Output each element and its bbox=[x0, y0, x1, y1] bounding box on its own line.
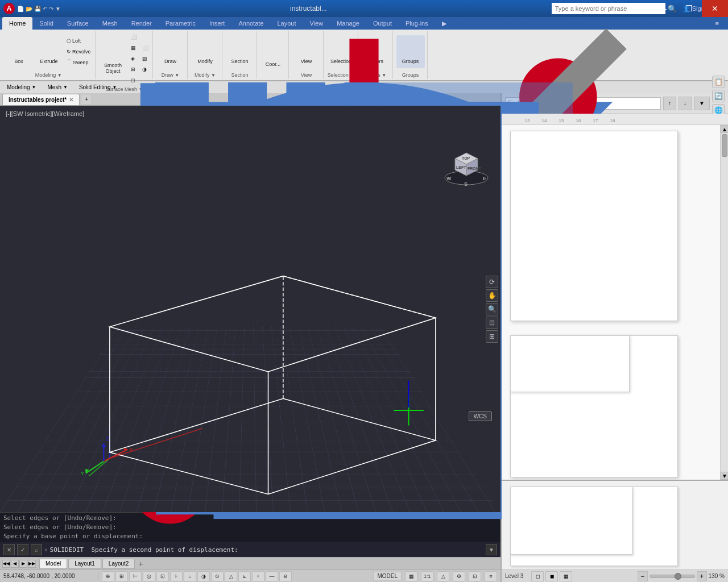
zoom-window-button[interactable]: ⊞ bbox=[486, 330, 498, 343]
ruler-mark-14: 14 bbox=[536, 118, 553, 123]
svg-text:Y: Y bbox=[80, 470, 84, 476]
zoom-out-btn[interactable]: − bbox=[638, 571, 648, 581]
scroll-down-btn[interactable]: ▼ bbox=[721, 472, 728, 480]
right-page-btn1[interactable]: ◻ bbox=[531, 571, 544, 581]
zoom-controls: − + 130 % bbox=[638, 571, 725, 581]
right-status-icons: ◻ ◼ ▦ bbox=[531, 571, 572, 581]
svg-text:E: E bbox=[483, 176, 486, 181]
zoom-slider[interactable] bbox=[650, 575, 695, 578]
pan-button[interactable]: ✋ bbox=[486, 289, 498, 302]
ruler-mark-15: 15 bbox=[553, 118, 570, 123]
svg-text:W: W bbox=[446, 176, 452, 181]
zoom-button[interactable]: 🔍 bbox=[486, 303, 498, 315]
right-content: ▲ ▼ bbox=[502, 125, 728, 480]
scroll-up-btn[interactable]: ▲ bbox=[721, 125, 728, 133]
right-panel: ↑ ↓ ▼ 📋 🔄 🌐 ⭕ 13 14 15 16 17 18 bbox=[500, 93, 728, 582]
right-bottom-panel: Level 3 ◻ ◼ ▦ − + 130 % bbox=[502, 480, 728, 582]
zoom-in-btn[interactable]: + bbox=[697, 571, 707, 581]
svg-text:X: X bbox=[130, 446, 134, 452]
ruler-mark-16: 16 bbox=[570, 118, 587, 123]
right-ruler: 13 14 15 16 17 18 bbox=[502, 114, 728, 125]
wireframe-svg: X Y Z bbox=[0, 106, 500, 512]
level-indicator: Level 3 bbox=[505, 573, 523, 579]
right-page-btn2[interactable]: ◼ bbox=[545, 571, 558, 581]
groups-icon bbox=[402, 39, 420, 57]
svg-text:LEFT: LEFT bbox=[456, 165, 466, 169]
right-bottom-status-bar: Level 3 ◻ ◼ ▦ − + 130 % bbox=[502, 569, 728, 582]
svg-text:Z: Z bbox=[106, 435, 109, 442]
ruler-mark-18: 18 bbox=[604, 118, 621, 123]
scroll-thumb[interactable] bbox=[722, 134, 727, 157]
ruler-mark-13: 13 bbox=[519, 118, 536, 123]
main-area: instructables project* ✕ + bbox=[0, 93, 728, 582]
ribbon-panel: Box Extrude ⬡ Loft ↻ Revolve ⌒ Swee bbox=[0, 30, 728, 81]
svg-text:FRONT: FRONT bbox=[468, 167, 482, 171]
viewport-3d[interactable]: X Y Z [-][SW Isometric][Wireframe] W E N… bbox=[0, 106, 500, 512]
right-bottom-paper-2 bbox=[510, 487, 632, 555]
svg-text:S: S bbox=[464, 181, 468, 187]
viewport-container: instructables project* ✕ + bbox=[0, 93, 500, 582]
svg-rect-33 bbox=[17, 106, 483, 512]
svg-text:TOP: TOP bbox=[462, 156, 470, 160]
orbit-button[interactable]: ⟳ bbox=[486, 276, 498, 288]
zoom-percentage: 130 % bbox=[709, 573, 725, 579]
paper-small-1 bbox=[510, 335, 630, 392]
zoom-slider-thumb[interactable] bbox=[675, 573, 681, 580]
ribbon-group-groups: Groups Groups bbox=[394, 31, 428, 79]
nav-controls: ⟳ ✋ 🔍 ⊡ ⊞ bbox=[486, 276, 498, 343]
ruler-mark-17: 17 bbox=[587, 118, 604, 123]
cube-navigator[interactable]: W E N S TOP LEFT FRONT bbox=[441, 137, 492, 199]
groups-content: Groups bbox=[396, 32, 425, 71]
right-page-btn3[interactable]: ▦ bbox=[560, 571, 572, 581]
ruler-marks: 13 14 15 16 17 18 bbox=[502, 114, 728, 124]
paper-sheet-1 bbox=[510, 131, 678, 321]
groups-button[interactable]: Groups bbox=[396, 35, 425, 68]
right-scrollbar[interactable]: ▲ ▼ bbox=[720, 125, 728, 480]
wcs-button[interactable]: WCS bbox=[469, 411, 492, 421]
viewport-label: [-][SW Isometric][Wireframe] bbox=[6, 110, 84, 117]
zoom-extents-button[interactable]: ⊡ bbox=[486, 317, 498, 329]
